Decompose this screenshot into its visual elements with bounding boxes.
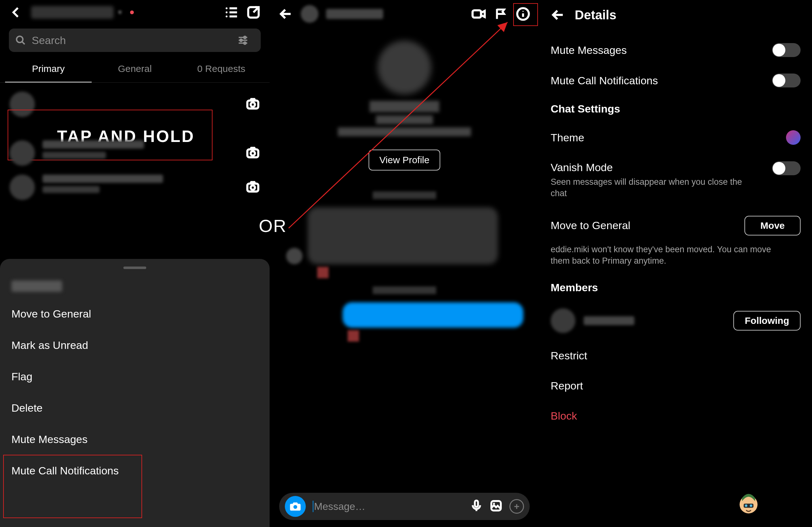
message-composer: Message… + [279,493,530,520]
avatar [10,92,35,117]
avatar [10,140,35,166]
timestamp [373,192,436,199]
member-row[interactable]: Following [551,301,801,341]
gallery-icon[interactable] [490,499,503,513]
camera-icon[interactable] [246,145,260,161]
outgoing-message[interactable] [343,302,523,328]
view-profile-button[interactable]: View Profile [368,150,440,170]
avatar [10,175,35,200]
svg-line-8 [22,42,25,44]
message-input[interactable]: Message… [313,501,463,512]
svg-point-33 [745,505,747,507]
inbox-tabs: Primary General 0 Requests [0,56,270,83]
mute-messages-row: Mute Messages [551,35,801,65]
vanish-sub: Seen messages will disappear when you cl… [551,176,754,199]
svg-point-29 [493,502,495,505]
profile-stats [338,127,471,136]
vanish-mode-row: Vanish Mode Seen messages will disappear… [551,153,801,208]
sheet-delete[interactable]: Delete [0,392,270,424]
conversation-row[interactable] [0,87,270,121]
voice-clip-icon[interactable] [470,499,483,513]
svg-rect-26 [475,500,478,507]
tab-general[interactable]: General [92,56,178,82]
mute-calls-row: Mute Call Notifications [551,65,801,96]
search-placeholder: Search [32,34,237,47]
theme-indicator [786,130,801,145]
compose-icon[interactable] [246,5,261,20]
chat-avatar[interactable] [301,5,318,23]
members-head: Members [551,274,801,301]
svg-point-0 [226,7,228,9]
svg-point-25 [293,505,297,509]
camera-icon[interactable] [246,179,260,195]
unread-dot [130,11,134,14]
camera-icon[interactable] [246,96,260,112]
move-sub: eddie.miki won't know they've been moved… [551,244,792,274]
svg-point-24 [522,11,524,12]
search-input[interactable]: Search [9,29,261,52]
conversation-row[interactable] [0,170,270,205]
info-icon[interactable] [516,7,530,21]
avatar [286,248,303,264]
back-icon[interactable] [9,5,24,20]
svg-point-34 [750,505,752,507]
back-icon[interactable] [278,7,293,21]
chevron-down-icon: ▾ [119,9,125,16]
sheet-move-general[interactable]: Move to General [0,298,270,330]
account-switcher[interactable] [31,6,114,19]
tab-requests[interactable]: 0 Requests [178,56,264,82]
move-button[interactable]: Move [744,216,801,236]
svg-point-16 [250,102,255,106]
tab-primary[interactable]: Primary [5,56,92,82]
sheet-flag[interactable]: Flag [0,361,270,392]
following-button[interactable]: Following [733,311,801,331]
back-icon[interactable] [551,7,565,22]
video-call-icon[interactable] [472,7,486,21]
profile-avatar-large [377,41,431,94]
theme-row[interactable]: Theme [551,122,801,153]
sheet-mark-unread[interactable]: Mark as Unread [0,330,270,361]
mute-messages-label: Mute Messages [551,44,627,56]
svg-point-18 [250,151,255,155]
profile-username [376,115,433,124]
flag-icon[interactable] [494,7,508,21]
chat-settings-head: Chat Settings [551,96,801,122]
move-general-row: Move to General Move [551,208,801,244]
details-title: Details [575,8,616,22]
mute-calls-label: Mute Call Notifications [551,74,658,87]
action-sheet: Move to General Mark as Unread Flag Dele… [0,259,270,527]
or-label: OR [259,215,287,236]
svg-rect-21 [473,11,481,18]
sheet-mute-messages[interactable]: Mute Messages [0,424,270,455]
svg-point-2 [226,16,228,17]
sheet-grabber[interactable] [124,267,146,269]
mute-messages-toggle[interactable] [772,43,801,57]
chat-list-icon[interactable] [224,5,238,20]
conversation-row[interactable] [0,136,270,170]
block-item[interactable]: Block [551,401,801,431]
restrict-item[interactable]: Restrict [551,341,801,371]
profile-name [369,101,439,112]
svg-point-20 [250,185,255,190]
sheet-mute-calls[interactable]: Mute Call Notifications [0,455,270,486]
timestamp [373,286,436,294]
mute-calls-toggle[interactable] [772,74,801,88]
incoming-message[interactable] [308,207,498,264]
appuals-mascot [736,489,761,517]
avatar [551,308,575,333]
filter-icon[interactable] [237,34,249,46]
svg-point-7 [16,36,23,43]
report-item[interactable]: Report [551,371,801,401]
sticker-icon[interactable]: + [509,499,524,514]
svg-point-1 [226,11,228,13]
camera-button[interactable] [285,496,306,517]
vanish-mode-toggle[interactable] [772,161,801,175]
